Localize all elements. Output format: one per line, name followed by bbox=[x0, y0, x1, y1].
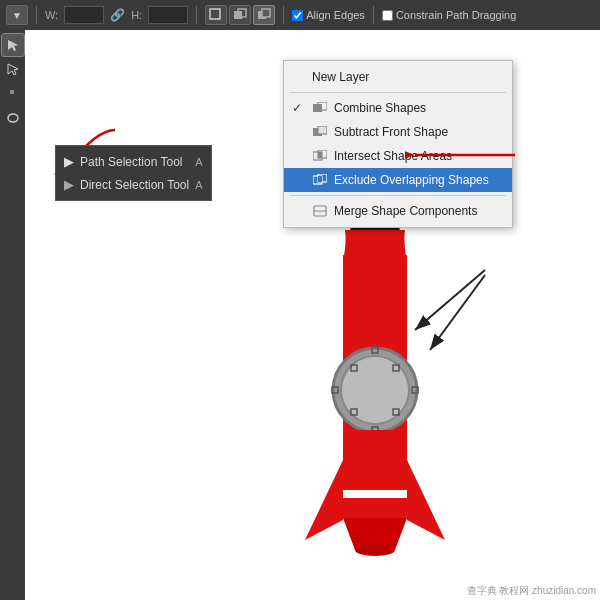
direct-selection-icon: ▶ bbox=[64, 177, 74, 192]
svg-rect-7 bbox=[10, 90, 14, 94]
tool-tooltip-popup: ▶ Path Selection Tool A ▶ Direct Selecti… bbox=[55, 145, 212, 201]
svg-rect-37 bbox=[343, 498, 407, 518]
intersect-icon bbox=[312, 149, 328, 163]
w-label: W: bbox=[45, 9, 58, 21]
menu-new-layer[interactable]: New Layer bbox=[284, 65, 512, 89]
checkmark: ✓ bbox=[292, 101, 302, 115]
exclude-icon bbox=[312, 173, 328, 187]
w-input[interactable] bbox=[64, 6, 104, 24]
tooltip-path-selection[interactable]: ▶ Path Selection Tool A bbox=[56, 150, 211, 173]
tooltip-direct-selection[interactable]: ▶ Direct Selection Tool A bbox=[56, 173, 211, 196]
merge-icon bbox=[312, 204, 328, 218]
toolbar-separator-1 bbox=[36, 6, 37, 24]
h-label: H: bbox=[131, 9, 142, 21]
h-input[interactable] bbox=[148, 6, 188, 24]
shape-op-new[interactable] bbox=[205, 5, 227, 25]
svg-rect-13 bbox=[318, 126, 327, 134]
top-toolbar: ▼ W: 🔗 H: Align Edges Constrain Path Dra… bbox=[0, 0, 600, 30]
menu-intersect-areas[interactable]: Intersect Shape Areas bbox=[284, 144, 512, 168]
tool-arrow[interactable] bbox=[2, 34, 24, 56]
subtract-icon bbox=[312, 125, 328, 139]
svg-marker-5 bbox=[8, 40, 18, 51]
svg-rect-36 bbox=[343, 490, 407, 498]
menu-combine-shapes[interactable]: ✓ Combine Shapes bbox=[284, 96, 512, 120]
svg-rect-0 bbox=[210, 9, 220, 19]
menu-separator bbox=[290, 92, 506, 93]
svg-rect-19 bbox=[318, 176, 322, 182]
toolbar-dropdown-btn[interactable]: ▼ bbox=[6, 5, 28, 25]
tool-ellipse[interactable] bbox=[2, 106, 24, 128]
align-edges-checkbox[interactable]: Align Edges bbox=[292, 9, 365, 21]
svg-marker-6 bbox=[8, 64, 18, 75]
link-icon: 🔗 bbox=[110, 8, 125, 22]
shape-ops-group bbox=[205, 5, 275, 25]
svg-point-38 bbox=[355, 544, 395, 556]
svg-rect-16 bbox=[318, 152, 322, 158]
constrain-checkbox[interactable]: Constrain Path Dragging bbox=[382, 9, 516, 21]
svg-rect-35 bbox=[343, 430, 407, 495]
watermark: 查字典 教程网 zhuzidian.com bbox=[467, 584, 596, 598]
tool-separator-dot bbox=[2, 82, 24, 104]
menu-merge-components[interactable]: Merge Shape Components bbox=[284, 199, 512, 223]
path-selection-icon: ▶ bbox=[64, 154, 74, 169]
menu-exclude-overlapping[interactable]: Exclude Overlapping Shapes bbox=[284, 168, 512, 192]
combine-icon bbox=[312, 101, 328, 115]
shape-op-combine[interactable] bbox=[229, 5, 251, 25]
tool-direct-arrow[interactable] bbox=[2, 58, 24, 80]
menu-subtract-front[interactable]: Subtract Front Shape bbox=[284, 120, 512, 144]
toolbar-separator-3 bbox=[283, 6, 284, 24]
svg-rect-4 bbox=[262, 9, 270, 17]
left-tool-panel bbox=[0, 30, 25, 600]
svg-point-8 bbox=[8, 114, 18, 122]
toolbar-separator-2 bbox=[196, 6, 197, 24]
canvas-area[interactable]: ▶ Path Selection Tool A ▶ Direct Selecti… bbox=[25, 30, 600, 600]
shape-options-menu: New Layer ✓ Combine Shapes Subtract Fron… bbox=[283, 60, 513, 228]
shape-op-subtract[interactable] bbox=[253, 5, 275, 25]
main-area: ▶ Path Selection Tool A ▶ Direct Selecti… bbox=[0, 30, 600, 600]
toolbar-separator-4 bbox=[373, 6, 374, 24]
menu-separator-2 bbox=[290, 195, 506, 196]
